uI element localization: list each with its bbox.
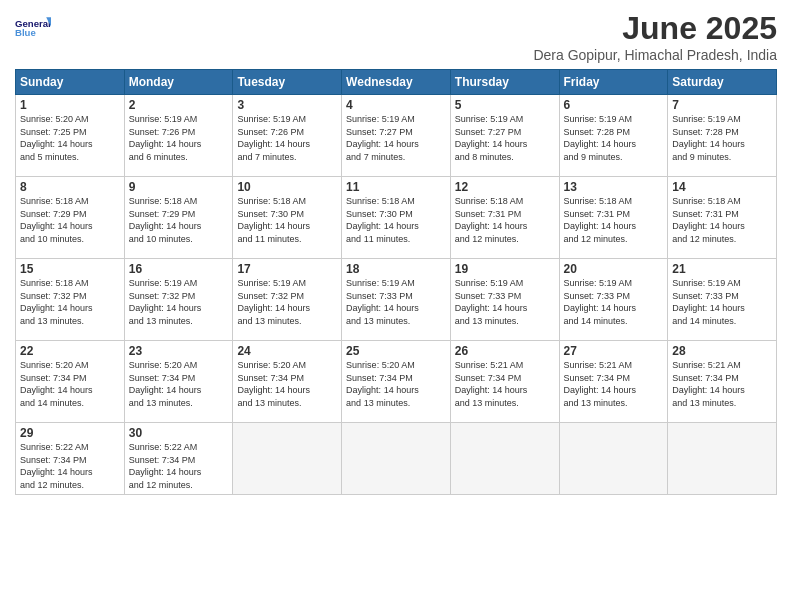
calendar-week-row: 15Sunrise: 5:18 AMSunset: 7:32 PMDayligh… (16, 259, 777, 341)
calendar-cell: 7Sunrise: 5:19 AMSunset: 7:28 PMDaylight… (668, 95, 777, 177)
calendar-week-row: 22Sunrise: 5:20 AMSunset: 7:34 PMDayligh… (16, 341, 777, 423)
day-number: 20 (564, 262, 664, 276)
day-number: 29 (20, 426, 120, 440)
calendar-cell (559, 423, 668, 495)
logo: General Blue (15, 10, 51, 46)
day-info: Sunrise: 5:19 AMSunset: 7:28 PMDaylight:… (564, 113, 664, 163)
logo-svg: General Blue (15, 10, 51, 46)
day-info: Sunrise: 5:22 AMSunset: 7:34 PMDaylight:… (20, 441, 120, 491)
calendar-week-row: 8Sunrise: 5:18 AMSunset: 7:29 PMDaylight… (16, 177, 777, 259)
calendar-cell: 3Sunrise: 5:19 AMSunset: 7:26 PMDaylight… (233, 95, 342, 177)
day-number: 21 (672, 262, 772, 276)
weekday-header: Monday (124, 70, 233, 95)
calendar-cell: 14Sunrise: 5:18 AMSunset: 7:31 PMDayligh… (668, 177, 777, 259)
calendar-cell: 28Sunrise: 5:21 AMSunset: 7:34 PMDayligh… (668, 341, 777, 423)
day-number: 13 (564, 180, 664, 194)
day-info: Sunrise: 5:18 AMSunset: 7:29 PMDaylight:… (20, 195, 120, 245)
day-info: Sunrise: 5:18 AMSunset: 7:31 PMDaylight:… (455, 195, 555, 245)
day-number: 8 (20, 180, 120, 194)
calendar-title: June 2025 (533, 10, 777, 47)
calendar-cell (233, 423, 342, 495)
day-info: Sunrise: 5:18 AMSunset: 7:31 PMDaylight:… (564, 195, 664, 245)
title-block: June 2025 Dera Gopipur, Himachal Pradesh… (533, 10, 777, 63)
calendar-cell: 10Sunrise: 5:18 AMSunset: 7:30 PMDayligh… (233, 177, 342, 259)
calendar-cell: 22Sunrise: 5:20 AMSunset: 7:34 PMDayligh… (16, 341, 125, 423)
day-number: 15 (20, 262, 120, 276)
day-info: Sunrise: 5:19 AMSunset: 7:32 PMDaylight:… (129, 277, 229, 327)
day-info: Sunrise: 5:18 AMSunset: 7:32 PMDaylight:… (20, 277, 120, 327)
day-info: Sunrise: 5:20 AMSunset: 7:34 PMDaylight:… (237, 359, 337, 409)
weekday-header: Friday (559, 70, 668, 95)
calendar-week-row: 1Sunrise: 5:20 AMSunset: 7:25 PMDaylight… (16, 95, 777, 177)
calendar-cell (342, 423, 451, 495)
day-info: Sunrise: 5:20 AMSunset: 7:34 PMDaylight:… (346, 359, 446, 409)
calendar-subtitle: Dera Gopipur, Himachal Pradesh, India (533, 47, 777, 63)
calendar-cell: 11Sunrise: 5:18 AMSunset: 7:30 PMDayligh… (342, 177, 451, 259)
calendar-cell: 2Sunrise: 5:19 AMSunset: 7:26 PMDaylight… (124, 95, 233, 177)
calendar-cell: 8Sunrise: 5:18 AMSunset: 7:29 PMDaylight… (16, 177, 125, 259)
calendar-cell: 29Sunrise: 5:22 AMSunset: 7:34 PMDayligh… (16, 423, 125, 495)
day-number: 23 (129, 344, 229, 358)
weekday-header: Tuesday (233, 70, 342, 95)
day-info: Sunrise: 5:20 AMSunset: 7:34 PMDaylight:… (20, 359, 120, 409)
day-number: 2 (129, 98, 229, 112)
header: General Blue June 2025 Dera Gopipur, Him… (15, 10, 777, 63)
day-info: Sunrise: 5:18 AMSunset: 7:30 PMDaylight:… (346, 195, 446, 245)
calendar-cell: 27Sunrise: 5:21 AMSunset: 7:34 PMDayligh… (559, 341, 668, 423)
weekday-header: Sunday (16, 70, 125, 95)
day-number: 4 (346, 98, 446, 112)
day-number: 17 (237, 262, 337, 276)
day-info: Sunrise: 5:19 AMSunset: 7:28 PMDaylight:… (672, 113, 772, 163)
calendar-cell: 16Sunrise: 5:19 AMSunset: 7:32 PMDayligh… (124, 259, 233, 341)
day-number: 16 (129, 262, 229, 276)
day-info: Sunrise: 5:19 AMSunset: 7:32 PMDaylight:… (237, 277, 337, 327)
day-info: Sunrise: 5:19 AMSunset: 7:27 PMDaylight:… (455, 113, 555, 163)
day-number: 12 (455, 180, 555, 194)
svg-text:Blue: Blue (15, 27, 36, 38)
day-number: 19 (455, 262, 555, 276)
calendar-cell: 4Sunrise: 5:19 AMSunset: 7:27 PMDaylight… (342, 95, 451, 177)
day-info: Sunrise: 5:19 AMSunset: 7:27 PMDaylight:… (346, 113, 446, 163)
calendar-cell: 18Sunrise: 5:19 AMSunset: 7:33 PMDayligh… (342, 259, 451, 341)
day-info: Sunrise: 5:19 AMSunset: 7:33 PMDaylight:… (672, 277, 772, 327)
day-info: Sunrise: 5:19 AMSunset: 7:26 PMDaylight:… (237, 113, 337, 163)
calendar-cell: 9Sunrise: 5:18 AMSunset: 7:29 PMDaylight… (124, 177, 233, 259)
calendar-cell: 21Sunrise: 5:19 AMSunset: 7:33 PMDayligh… (668, 259, 777, 341)
calendar-cell: 1Sunrise: 5:20 AMSunset: 7:25 PMDaylight… (16, 95, 125, 177)
weekday-header: Saturday (668, 70, 777, 95)
day-info: Sunrise: 5:21 AMSunset: 7:34 PMDaylight:… (455, 359, 555, 409)
day-number: 11 (346, 180, 446, 194)
day-number: 30 (129, 426, 229, 440)
calendar-header-row: SundayMondayTuesdayWednesdayThursdayFrid… (16, 70, 777, 95)
day-info: Sunrise: 5:22 AMSunset: 7:34 PMDaylight:… (129, 441, 229, 491)
calendar-cell: 23Sunrise: 5:20 AMSunset: 7:34 PMDayligh… (124, 341, 233, 423)
day-number: 25 (346, 344, 446, 358)
calendar-table: SundayMondayTuesdayWednesdayThursdayFrid… (15, 69, 777, 495)
day-info: Sunrise: 5:19 AMSunset: 7:26 PMDaylight:… (129, 113, 229, 163)
day-info: Sunrise: 5:20 AMSunset: 7:25 PMDaylight:… (20, 113, 120, 163)
day-info: Sunrise: 5:21 AMSunset: 7:34 PMDaylight:… (672, 359, 772, 409)
day-info: Sunrise: 5:20 AMSunset: 7:34 PMDaylight:… (129, 359, 229, 409)
day-number: 10 (237, 180, 337, 194)
calendar-cell: 25Sunrise: 5:20 AMSunset: 7:34 PMDayligh… (342, 341, 451, 423)
calendar-cell: 15Sunrise: 5:18 AMSunset: 7:32 PMDayligh… (16, 259, 125, 341)
calendar-cell: 5Sunrise: 5:19 AMSunset: 7:27 PMDaylight… (450, 95, 559, 177)
calendar-cell (450, 423, 559, 495)
day-number: 5 (455, 98, 555, 112)
day-number: 26 (455, 344, 555, 358)
day-info: Sunrise: 5:21 AMSunset: 7:34 PMDaylight:… (564, 359, 664, 409)
day-number: 3 (237, 98, 337, 112)
page: General Blue June 2025 Dera Gopipur, Him… (0, 0, 792, 612)
calendar-cell: 26Sunrise: 5:21 AMSunset: 7:34 PMDayligh… (450, 341, 559, 423)
day-info: Sunrise: 5:18 AMSunset: 7:29 PMDaylight:… (129, 195, 229, 245)
calendar-cell: 12Sunrise: 5:18 AMSunset: 7:31 PMDayligh… (450, 177, 559, 259)
day-number: 14 (672, 180, 772, 194)
day-info: Sunrise: 5:18 AMSunset: 7:31 PMDaylight:… (672, 195, 772, 245)
day-number: 24 (237, 344, 337, 358)
day-number: 7 (672, 98, 772, 112)
day-info: Sunrise: 5:19 AMSunset: 7:33 PMDaylight:… (564, 277, 664, 327)
weekday-header: Thursday (450, 70, 559, 95)
calendar-cell: 17Sunrise: 5:19 AMSunset: 7:32 PMDayligh… (233, 259, 342, 341)
calendar-week-row: 29Sunrise: 5:22 AMSunset: 7:34 PMDayligh… (16, 423, 777, 495)
day-number: 22 (20, 344, 120, 358)
